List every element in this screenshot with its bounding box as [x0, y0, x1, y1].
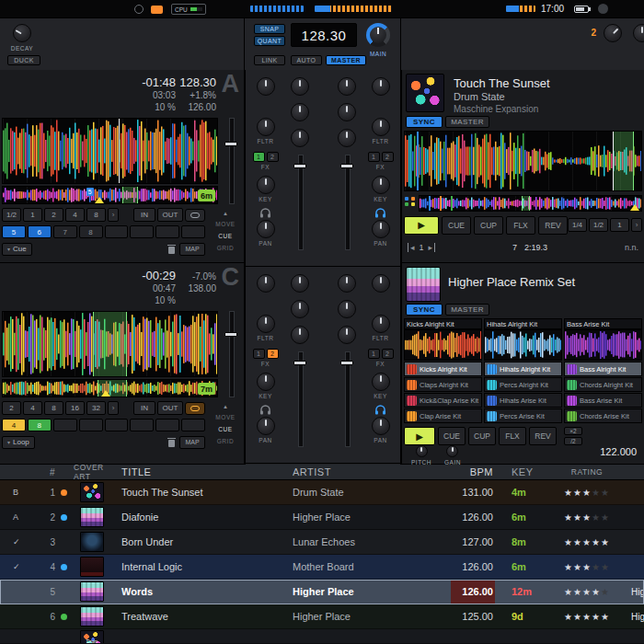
hotcue-cell[interactable]: 8: [79, 225, 103, 238]
loop-length-button[interactable]: 2: [44, 208, 63, 222]
hotcue-cell[interactable]: [53, 419, 77, 431]
loop-out-button[interactable]: OUT: [157, 401, 183, 415]
chevron-up-icon[interactable]: ▴: [210, 208, 241, 218]
tab-cue[interactable]: CUE: [210, 423, 241, 435]
sample-cell[interactable]: Claps Alright Kit: [404, 377, 482, 392]
cue-button[interactable]: CUE: [438, 427, 466, 445]
reverse-button[interactable]: REV: [529, 427, 557, 445]
sample-cell[interactable]: Hihats Alright Kit: [484, 362, 562, 376]
hotcue-cell[interactable]: 7: [53, 225, 77, 238]
hotcue-cell[interactable]: [155, 225, 179, 238]
browser-header-row[interactable]: # COVER ART TITLE ARTIST BPM KEY RATING: [0, 465, 644, 480]
loop-length-button[interactable]: 2: [2, 401, 21, 415]
sample-cell[interactable]: Hihats Arise Kit: [484, 393, 562, 408]
key-knob[interactable]: [372, 373, 390, 391]
artist-column-header[interactable]: ARTIST: [293, 466, 451, 477]
pan-knob[interactable]: [372, 220, 390, 238]
bpm-column-header[interactable]: BPM: [451, 465, 495, 479]
title-column-header[interactable]: TITLE: [112, 466, 293, 477]
waveform-display[interactable]: [2, 118, 218, 184]
gain-knob[interactable]: [372, 77, 390, 96]
master-button[interactable]: MASTER: [445, 304, 489, 316]
track-row[interactable]: 6TreatwaveHigher Place125.009d★★★★★Hig: [0, 604, 644, 629]
loop-length-button[interactable]: 1: [23, 208, 42, 222]
main-volume-knob[interactable]: [366, 23, 390, 47]
flux-button[interactable]: FLX: [499, 427, 526, 445]
cue-type-dropdown[interactable]: ▾ Cue: [2, 243, 32, 256]
sample-cell[interactable]: Percs Arise Kit: [484, 408, 562, 423]
loop-length-button[interactable]: 32: [86, 401, 106, 415]
loop-length-button[interactable]: 1/4: [568, 218, 587, 232]
fx2-assign-button[interactable]: 2: [267, 152, 279, 162]
loop-length-button[interactable]: 8: [86, 208, 106, 222]
headphones-icon[interactable]: [374, 208, 386, 218]
pan-knob[interactable]: [257, 417, 275, 435]
map-button[interactable]: MAP: [179, 243, 205, 256]
loop-scroll-icon[interactable]: ›: [108, 401, 119, 415]
key-knob[interactable]: [372, 176, 390, 194]
hotcue-cell[interactable]: [181, 419, 205, 431]
hotcue-cell[interactable]: 8: [28, 419, 52, 431]
sample-cell[interactable]: Percs Alright Kit: [484, 377, 562, 392]
eq-mid-knob[interactable]: [338, 103, 356, 121]
flux-button[interactable]: FLX: [506, 216, 535, 235]
waveform-display[interactable]: [2, 311, 218, 377]
eq-mid-knob[interactable]: [291, 103, 309, 121]
hotcue-cell[interactable]: [105, 225, 129, 238]
sample-cell[interactable]: Bass Arise Kit: [564, 393, 642, 408]
filter-knob[interactable]: [372, 315, 390, 333]
headphones-icon[interactable]: [259, 405, 271, 415]
status-menu-icon[interactable]: [598, 4, 608, 14]
channel-volume-fader[interactable]: [293, 155, 306, 250]
channel-volume-fader[interactable]: [293, 351, 306, 447]
eq-hi-knob[interactable]: [338, 77, 356, 96]
channel-volume-fader[interactable]: [340, 155, 353, 250]
eq-lo-knob[interactable]: [338, 129, 356, 147]
fx1-assign-button[interactable]: 1: [253, 152, 265, 162]
fx2-assign-button[interactable]: 2: [382, 152, 394, 162]
key-column-header[interactable]: KEY: [495, 466, 543, 477]
sample-cell[interactable]: Chords Arise Kit: [564, 408, 642, 423]
fx2-edge-knob[interactable]: [633, 24, 644, 42]
eq-hi-knob[interactable]: [338, 274, 356, 293]
tab-move[interactable]: MOVE: [210, 411, 241, 423]
key-knob[interactable]: [257, 373, 275, 391]
sample-cell[interactable]: Kicks Alright Kit: [404, 362, 482, 376]
loop-length-button[interactable]: 1/2: [2, 208, 21, 222]
loop-length-button[interactable]: 4: [23, 401, 42, 415]
sample-cell[interactable]: Clap Arise Kit: [404, 408, 482, 423]
num-column-header[interactable]: #: [35, 467, 55, 477]
reverse-button[interactable]: REV: [538, 216, 568, 235]
fx-decay-knob[interactable]: [13, 24, 31, 42]
slot-gain-knob[interactable]: [446, 445, 458, 457]
fx2-assign-button[interactable]: 2: [382, 349, 394, 359]
trash-icon[interactable]: [167, 245, 176, 254]
fx1-assign-button[interactable]: 1: [368, 349, 380, 359]
loop-length-button[interactable]: 16: [65, 401, 85, 415]
eq-lo-knob[interactable]: [338, 326, 356, 344]
track-row[interactable]: 5WordsHigher Place126.0012m★★★★★Hig: [0, 580, 644, 604]
deck-volume-fader[interactable]: [224, 118, 237, 204]
loop-scroll-icon[interactable]: ›: [108, 208, 119, 222]
map-button[interactable]: MAP: [179, 436, 205, 449]
gain-knob[interactable]: [257, 77, 275, 96]
gain-knob[interactable]: [372, 274, 390, 293]
fx2-knob[interactable]: [604, 24, 622, 42]
pan-knob[interactable]: [372, 417, 390, 435]
jump-forward-icon[interactable]: ▸: [427, 243, 436, 252]
gain-knob[interactable]: [257, 274, 275, 293]
pitch-knob[interactable]: [416, 445, 428, 457]
fx1-assign-button[interactable]: 1: [368, 152, 380, 162]
sync-button[interactable]: SYNC: [406, 304, 443, 316]
loop-active-icon[interactable]: [185, 209, 205, 222]
cover-column-header[interactable]: COVER ART: [72, 465, 112, 481]
cue-button[interactable]: CUE: [442, 216, 471, 235]
slot-waveform[interactable]: [484, 329, 562, 361]
eq-mid-knob[interactable]: [291, 300, 309, 318]
hotcue-cell[interactable]: [155, 419, 179, 431]
stripe-overview[interactable]: [419, 195, 642, 212]
slot-waveform[interactable]: [404, 329, 482, 361]
master-bpm-display[interactable]: 128.30: [291, 23, 357, 47]
loop-length-button[interactable]: 8: [44, 401, 63, 415]
track-row-partial[interactable]: Drum State Exp: [0, 629, 644, 644]
